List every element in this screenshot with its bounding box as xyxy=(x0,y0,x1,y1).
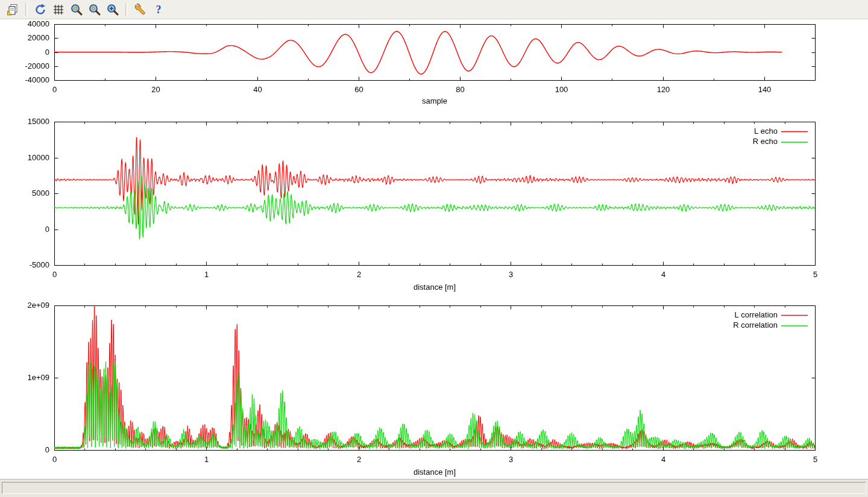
replot-icon xyxy=(34,3,47,16)
copy-icon xyxy=(6,3,19,16)
zoom-next-icon xyxy=(88,3,101,16)
help-icon: ? xyxy=(152,3,165,16)
toggle-grid-button[interactable] xyxy=(50,2,67,17)
zoom-previous-button[interactable] xyxy=(68,2,85,17)
correlation-chart[interactable] xyxy=(0,299,868,479)
replot-button[interactable] xyxy=(32,2,49,17)
autoscale-icon xyxy=(106,3,119,16)
zoom-next-button[interactable] xyxy=(86,2,103,17)
help-button[interactable]: ? xyxy=(150,2,167,17)
grid-icon xyxy=(52,3,65,16)
status-text xyxy=(2,482,866,494)
copy-to-clipboard-button[interactable] xyxy=(4,2,21,17)
autoscale-button[interactable] xyxy=(104,2,121,17)
waveform-chart[interactable] xyxy=(0,19,868,113)
configure-button[interactable] xyxy=(132,2,149,17)
toolbar-separator xyxy=(125,3,128,16)
zoom-previous-icon xyxy=(70,3,83,16)
gnuplot-window: ? xyxy=(0,0,868,497)
toolbar: ? xyxy=(0,0,868,19)
svg-text:?: ? xyxy=(156,4,162,16)
status-bar xyxy=(0,479,868,497)
toolbar-separator xyxy=(25,3,28,16)
wrench-icon xyxy=(134,3,147,16)
echo-chart[interactable] xyxy=(0,113,868,299)
plot-area xyxy=(0,19,868,479)
